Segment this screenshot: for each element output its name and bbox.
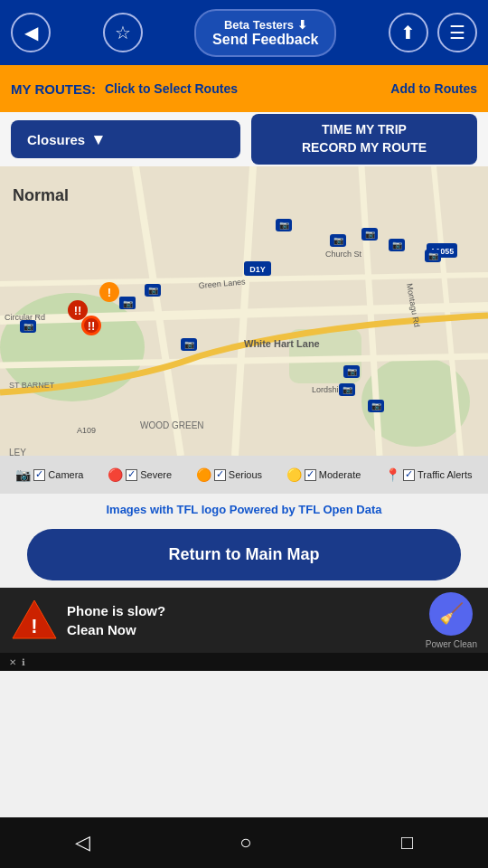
legend-serious[interactable]: 🟠 Serious <box>196 467 262 482</box>
camera-icon-11[interactable]: 📷 <box>368 400 384 412</box>
favorite-button[interactable]: ☆ <box>103 13 143 52</box>
return-main-map-button[interactable]: Return to Main Map <box>27 529 461 580</box>
incident-serious-1[interactable]: ! <box>99 282 119 302</box>
android-recents-button[interactable]: □ <box>401 831 413 854</box>
top-bar: ◀ ☆ Beta Testers ⬇ Send Feedback ⬆ ☰ <box>0 0 488 65</box>
android-home-button[interactable]: ○ <box>239 831 251 854</box>
map-area[interactable]: D1Y A1055 A109 Green Lanes Circular Rd W… <box>0 166 488 456</box>
moderate-legend-icon: 🟡 <box>286 467 302 482</box>
svg-text:LEY: LEY <box>9 448 26 456</box>
star-icon: ☆ <box>115 22 131 43</box>
svg-text:A109: A109 <box>77 426 96 435</box>
time-trip-line2: RECORD MY ROUTE <box>302 140 427 155</box>
closures-button[interactable]: Closures ▾ <box>11 120 240 158</box>
ad-brand-label: Power Clean <box>426 639 477 649</box>
feedback-top-label: Beta Testers ⬇ <box>224 18 307 32</box>
svg-text:WOOD GREEN: WOOD GREEN <box>140 420 204 430</box>
svg-text:ST BARNET: ST BARNET <box>9 381 55 390</box>
severe-checkbox[interactable] <box>126 469 137 481</box>
svg-text:📷: 📷 <box>123 298 134 309</box>
camera-marker-1[interactable]: 📷 <box>117 293 137 313</box>
share-icon: ⬆ <box>400 22 416 43</box>
legend-camera[interactable]: 📷 Camera <box>15 467 83 482</box>
camera-icon-1[interactable]: 📷 <box>276 219 292 231</box>
legend-moderate[interactable]: 🟡 Moderate <box>286 467 361 482</box>
ad-x-label[interactable]: ✕ <box>9 657 16 667</box>
chevron-down-icon: ▾ <box>94 129 102 149</box>
camera-icon-5[interactable]: 📷 <box>425 250 441 262</box>
svg-text:D1Y: D1Y <box>249 265 266 274</box>
time-trip-button[interactable]: TIME MY TRIP RECORD MY ROUTE <box>251 114 477 164</box>
ad-warning-triangle: ! <box>11 597 58 644</box>
severe-legend-icon: 🔴 <box>108 467 123 482</box>
camera-icon-2[interactable]: 📷 <box>330 234 346 247</box>
serious-checkbox[interactable] <box>214 469 226 481</box>
legend-severe[interactable]: 🔴 Severe <box>108 467 172 482</box>
camera-icon-3[interactable]: 📷 <box>361 228 378 241</box>
controls-row: Closures ▾ TIME MY TRIP RECORD MY ROUTE <box>0 112 488 166</box>
camera-icon-4[interactable]: 📷 <box>389 239 405 251</box>
camera-icon-9[interactable]: 📷 <box>343 365 360 378</box>
share-button[interactable]: ⬆ <box>389 13 428 52</box>
ad-line2: Clean Now <box>67 620 165 639</box>
serious-legend-label: Serious <box>229 469 262 480</box>
camera-legend-label: Camera <box>48 469 83 480</box>
traffic-alerts-legend-icon: 📍 <box>385 467 400 482</box>
map-normal-label: Normal <box>13 186 69 205</box>
time-trip-line1: TIME MY TRIP <box>322 122 407 137</box>
svg-text:White Hart Lane: White Hart Lane <box>244 338 320 349</box>
traffic-alerts-checkbox[interactable] <box>403 469 415 481</box>
closures-label: Closures <box>27 132 85 147</box>
legend-bar: 📷 Camera 🔴 Severe 🟠 Serious 🟡 Moderate 📍… <box>0 456 488 494</box>
camera-icon-8[interactable]: 📷 <box>20 320 36 333</box>
ad-line1: Phone is slow? <box>67 601 165 620</box>
my-routes-label: MY ROUTES: <box>11 81 96 97</box>
incident-severe-2[interactable]: !! <box>81 316 101 335</box>
feedback-bot-label: Send Feedback <box>212 32 318 48</box>
menu-icon: ☰ <box>449 22 465 43</box>
ad-info-label[interactable]: ℹ <box>22 657 25 667</box>
select-routes-button[interactable]: Click to Select Routes <box>105 81 238 96</box>
menu-button[interactable]: ☰ <box>437 13 477 52</box>
android-nav-bar: ◁ ○ □ <box>0 817 488 868</box>
camera-icon-6[interactable]: 📷 <box>145 284 161 297</box>
ad-banner[interactable]: ! Phone is slow? Clean Now 🧹 Power Clean <box>0 588 488 653</box>
serious-legend-icon: 🟠 <box>196 467 211 482</box>
camera-icon-7[interactable]: 📷 <box>181 338 197 351</box>
ad-brand-icon: 🧹 <box>429 592 473 636</box>
ad-right-section: 🧹 Power Clean <box>426 592 477 649</box>
ad-text: Phone is slow? Clean Now <box>67 601 165 639</box>
tfl-credit: Images with TFL logo Powered by TFL Open… <box>0 494 488 522</box>
svg-text:!: ! <box>31 615 37 637</box>
feedback-button[interactable]: Beta Testers ⬇ Send Feedback <box>194 9 336 57</box>
moderate-legend-label: Moderate <box>319 469 361 480</box>
back-button[interactable]: ◀ <box>11 13 51 52</box>
traffic-alerts-legend-label: Traffic Alerts <box>418 469 473 480</box>
camera-checkbox[interactable] <box>33 469 45 481</box>
ad-footer-bar: ✕ ℹ <box>0 653 488 671</box>
android-back-button[interactable]: ◁ <box>75 831 90 854</box>
legend-traffic-alerts[interactable]: 📍 Traffic Alerts <box>385 467 473 482</box>
top-right-buttons: ⬆ ☰ <box>389 13 477 52</box>
svg-text:Church St: Church St <box>325 250 362 259</box>
add-routes-button[interactable]: Add to Routes <box>390 81 477 96</box>
routes-bar: MY ROUTES: Click to Select Routes Add to… <box>0 65 488 112</box>
severe-legend-label: Severe <box>140 469 172 480</box>
back-icon: ◀ <box>24 22 38 43</box>
ad-left-section: ! Phone is slow? Clean Now <box>11 597 165 644</box>
moderate-checkbox[interactable] <box>305 469 316 481</box>
camera-legend-icon: 📷 <box>15 467 31 482</box>
camera-icon-10[interactable]: 📷 <box>339 383 355 396</box>
